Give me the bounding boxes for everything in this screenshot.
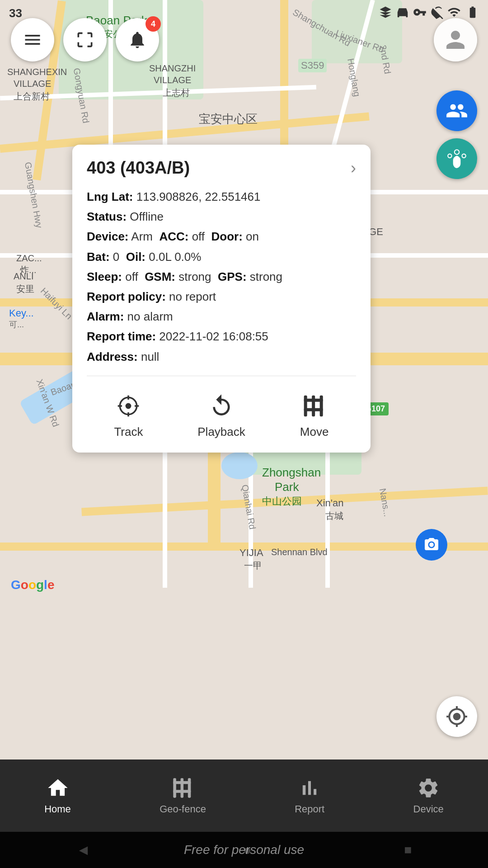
nav-device-label: Device: [413, 803, 444, 815]
nav-home[interactable]: Home: [35, 772, 80, 820]
popup-status: Status: Offline: [87, 207, 356, 226]
replay-icon: [207, 392, 236, 420]
user-avatar[interactable]: [434, 18, 477, 61]
menu-button[interactable]: [11, 18, 54, 61]
popup-lnglat: Lng Lat: 113.908826, 22.551461: [87, 187, 356, 207]
drone-icon: [379, 5, 392, 19]
crosshair-icon: [114, 392, 143, 420]
popup-report-policy: Report policy: no report: [87, 287, 356, 307]
popup-card: 403 (403A/B) › Lng Lat: 113.908826, 22.5…: [72, 145, 371, 453]
right-buttons: [436, 90, 477, 179]
nav-geofence-label: Geo-fence: [160, 803, 206, 815]
nav-report-label: Report: [295, 803, 324, 815]
car-icon: [396, 5, 409, 19]
track-label: Track: [114, 425, 143, 439]
wifi-x-icon: [430, 5, 444, 19]
battery-icon: [465, 5, 481, 19]
svg-rect-9: [304, 398, 323, 401]
move-label: Move: [300, 425, 329, 439]
pet-button[interactable]: [436, 138, 477, 179]
bottom-nav: Home Geo-fence Report Device: [0, 760, 488, 832]
popup-sleep: Sleep: off GSM: strong GPS: strong: [87, 267, 356, 287]
frame-button[interactable]: [63, 18, 107, 61]
svg-point-5: [127, 404, 131, 408]
popup-report-time: Report time: 2022-11-02 16:08:55: [87, 326, 356, 346]
fence-icon: [300, 392, 329, 420]
nav-report[interactable]: Report: [286, 772, 333, 820]
playback-label: Playback: [197, 425, 245, 439]
popup-alarm: Alarm: no alarm: [87, 307, 356, 326]
popup-arrow[interactable]: ›: [351, 159, 356, 178]
playback-button[interactable]: Playback: [188, 387, 254, 443]
track-button[interactable]: Track: [105, 387, 152, 443]
nav-geofence[interactable]: Geo-fence: [150, 772, 215, 820]
popup-bat: Bat: 0 Oil: 0.0L 0.0%: [87, 247, 356, 267]
key-icon: [413, 5, 427, 19]
popup-title: 403 (403A/B): [87, 158, 190, 178]
nav-home-label: Home: [44, 803, 71, 815]
nav-device[interactable]: Device: [404, 772, 453, 820]
popup-device: Device: Arm ACC: off Door: on: [87, 226, 356, 246]
notification-badge: 4: [145, 16, 161, 32]
svg-rect-17: [173, 781, 191, 784]
watermark: Free for personal use: [0, 832, 488, 868]
top-buttons: 4: [11, 18, 159, 61]
svg-rect-10: [304, 408, 323, 411]
popup-address: Address: null: [87, 347, 356, 367]
locate-button[interactable]: [436, 696, 477, 737]
google-logo: Google: [11, 578, 54, 592]
notification-button[interactable]: 4: [116, 18, 159, 61]
signal-icon: [447, 5, 461, 19]
people-button[interactable]: [436, 90, 477, 131]
watermark-text: Free for personal use: [184, 843, 304, 857]
move-button[interactable]: Move: [291, 387, 338, 443]
svg-rect-18: [173, 790, 191, 793]
camera-marker: [416, 529, 447, 561]
